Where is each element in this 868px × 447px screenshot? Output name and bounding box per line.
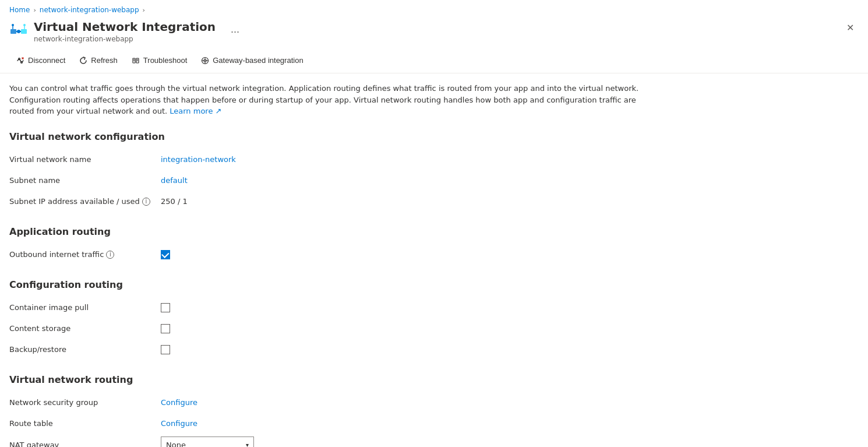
more-button[interactable]: ··· (226, 23, 244, 40)
vnet-routing-section: Virtual network routing Network security… (9, 374, 859, 448)
subnet-ip-info-icon[interactable]: i (142, 198, 150, 206)
subnet-ip-label: Subnet IP address available / used i (9, 197, 161, 206)
vnet-name-row: Virtual network name integration-network (9, 152, 859, 168)
nat-dropdown-value: None (166, 441, 186, 447)
breadcrumb-home[interactable]: Home (9, 6, 30, 14)
outbound-label: Outbound internet traffic i (9, 250, 161, 259)
breadcrumb: Home › network-integration-webapp › (0, 0, 868, 17)
subnet-name-label: Subnet name (9, 176, 161, 185)
subnet-ip-value: 250 / 1 (161, 197, 188, 206)
svg-rect-1 (21, 29, 27, 34)
backup-row: Backup/restore (9, 342, 859, 358)
route-row: Route table Configure (9, 416, 859, 432)
breadcrumb-app[interactable]: network-integration-webapp (40, 6, 139, 14)
backup-label: Backup/restore (9, 345, 161, 354)
container-label: Container image pull (9, 303, 161, 312)
nsg-row: Network security group Configure (9, 395, 859, 411)
breadcrumb-sep-2: › (143, 6, 145, 14)
subnet-ip-row: Subnet IP address available / used i 250… (9, 193, 859, 210)
close-button[interactable]: ✕ (842, 20, 859, 36)
learn-more-link[interactable]: Learn more ↗ (170, 107, 221, 115)
vnet-config-title: Virtual network configuration (9, 131, 859, 142)
gateway-icon (201, 57, 209, 65)
vnet-name-label: Virtual network name (9, 155, 161, 164)
description-text: You can control what traffic goes throug… (9, 83, 650, 117)
page-subtitle: network-integration-webapp (34, 35, 216, 43)
content-checkbox-container (161, 324, 170, 333)
route-configure-link[interactable]: Configure (161, 419, 197, 428)
config-routing-title: Configuration routing (9, 279, 859, 290)
nsg-configure-link[interactable]: Configure (161, 398, 197, 407)
nat-label: NAT gateway (9, 441, 161, 447)
container-checkbox[interactable] (161, 303, 170, 312)
troubleshoot-label: Troubleshoot (143, 56, 187, 65)
svg-rect-0 (10, 29, 16, 34)
vnet-icon (9, 22, 28, 41)
refresh-button[interactable]: Refresh (72, 52, 125, 68)
svg-point-5 (12, 24, 14, 26)
toolbar: Disconnect Refresh (0, 47, 868, 73)
page-header: Virtual Network Integration network-inte… (0, 17, 868, 43)
page-title-text: Virtual Network Integration network-inte… (34, 20, 216, 43)
app-routing-title: Application routing (9, 226, 859, 237)
page-container: Home › network-integration-webapp › Virt… (0, 0, 868, 447)
content-checkbox[interactable] (161, 324, 170, 333)
route-label: Route table (9, 419, 161, 428)
vnet-routing-title: Virtual network routing (9, 374, 859, 385)
page-title: Virtual Network Integration (34, 20, 216, 34)
subnet-name-value[interactable]: default (161, 176, 188, 185)
svg-point-3 (17, 30, 20, 33)
outbound-checkbox-container (161, 250, 170, 259)
troubleshoot-button[interactable]: Troubleshoot (125, 52, 194, 68)
chevron-down-icon: ▾ (246, 442, 249, 447)
vnet-name-value[interactable]: integration-network (161, 155, 236, 164)
outbound-row: Outbound internet traffic i (9, 247, 859, 263)
container-checkbox-container (161, 303, 170, 312)
outbound-checkbox[interactable] (161, 250, 170, 259)
main-content: You can control what traffic goes throug… (0, 73, 868, 447)
refresh-icon (79, 57, 87, 65)
troubleshoot-icon (132, 57, 140, 65)
outbound-info-icon[interactable]: i (106, 251, 114, 259)
backup-checkbox-container (161, 345, 170, 354)
backup-checkbox[interactable] (161, 345, 170, 354)
page-header-left: Virtual Network Integration network-inte… (9, 20, 244, 43)
breadcrumb-sep-1: › (33, 6, 36, 14)
nat-row: NAT gateway None ▾ (9, 437, 859, 448)
svg-point-7 (23, 24, 26, 26)
nsg-label: Network security group (9, 398, 161, 407)
content-row: Content storage (9, 321, 859, 337)
refresh-label: Refresh (91, 56, 118, 65)
app-routing-section: Application routing Outbound internet tr… (9, 226, 859, 263)
disconnect-icon (16, 57, 24, 65)
gateway-label: Gateway-based integration (213, 56, 303, 65)
disconnect-button[interactable]: Disconnect (9, 52, 72, 68)
container-row: Container image pull (9, 300, 859, 316)
nat-dropdown[interactable]: None ▾ (161, 437, 254, 448)
disconnect-label: Disconnect (28, 56, 65, 65)
gateway-button[interactable]: Gateway-based integration (194, 52, 310, 68)
content-label: Content storage (9, 324, 161, 333)
subnet-name-row: Subnet name default (9, 173, 859, 189)
config-routing-section: Configuration routing Container image pu… (9, 279, 859, 358)
vnet-config-section: Virtual network configuration Virtual ne… (9, 131, 859, 210)
